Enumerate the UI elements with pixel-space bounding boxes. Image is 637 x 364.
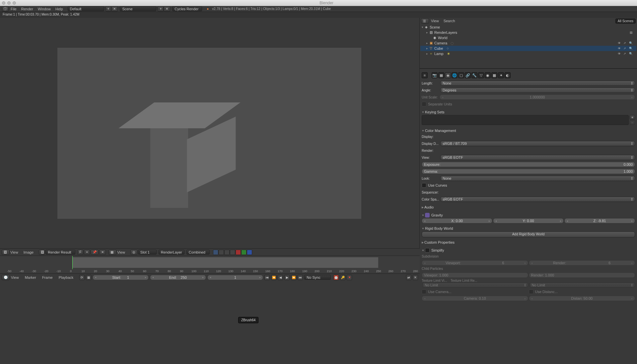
- image-new[interactable]: +: [84, 250, 90, 255]
- outliner-filter[interactable]: All Scenes: [615, 19, 636, 24]
- keyframe-prev-icon[interactable]: ⏪: [271, 275, 276, 280]
- tab-physics-icon[interactable]: ◐: [505, 72, 511, 78]
- panel-audio[interactable]: ▶Audio: [422, 204, 635, 210]
- look-select[interactable]: None: [440, 176, 635, 181]
- pass-select[interactable]: Combined: [186, 250, 210, 255]
- sync-mode-select[interactable]: No Sync: [304, 275, 331, 280]
- tl-menu-marker[interactable]: Marker: [25, 275, 36, 279]
- layout-add[interactable]: +: [106, 6, 111, 12]
- exposure-input[interactable]: Exposure:0.000: [422, 162, 635, 167]
- gamma-input[interactable]: Gamma:1.000: [422, 169, 635, 174]
- channel-alpha-icon[interactable]: [224, 250, 230, 255]
- key-menu-icon[interactable]: 🔑: [340, 275, 345, 280]
- channel-r-icon[interactable]: [236, 250, 241, 255]
- outliner-tree[interactable]: ▾◈Scene ▸▧RenderLayers▧ ◉World ▸▣Camera◌…: [420, 24, 637, 69]
- jump-end-icon[interactable]: ⏭: [298, 275, 303, 280]
- keying-sets-list[interactable]: [422, 115, 629, 125]
- menu-window[interactable]: Window: [38, 7, 51, 11]
- panel-keying-sets[interactable]: ▼Keying Sets: [422, 109, 635, 115]
- timeline-editor-type-icon[interactable]: 🕓: [2, 275, 10, 280]
- play-icon[interactable]: ▶: [284, 275, 290, 280]
- tab-renderlayers-icon[interactable]: ▦: [438, 72, 444, 78]
- tab-constraints-icon[interactable]: 🔗: [465, 72, 471, 78]
- outliner-world[interactable]: World: [438, 36, 448, 40]
- frame-current[interactable]: 1: [234, 275, 236, 279]
- keyframe-next-icon[interactable]: ⏩: [291, 275, 296, 280]
- key-set-icon[interactable]: 🔻: [347, 275, 352, 280]
- add-rigid-body-button[interactable]: Add Rigid Body World: [422, 231, 635, 237]
- tab-object-icon[interactable]: ▢: [458, 72, 464, 78]
- fake-user-button[interactable]: F: [77, 250, 83, 255]
- tl-menu-frame[interactable]: Frame: [42, 275, 53, 279]
- display-device-select[interactable]: sRGB / BT.709: [440, 141, 635, 146]
- view-mode-icon[interactable]: ▦: [108, 250, 116, 255]
- image-browse-icon[interactable]: 🖼: [39, 250, 45, 255]
- tl-menu-playback[interactable]: Playback: [59, 275, 74, 279]
- timeline-canvas[interactable]: -50-40-30-20-100102030405060708090100110…: [0, 256, 420, 273]
- view-transform-select[interactable]: sRGB EOTF: [440, 155, 635, 160]
- pivot-icon[interactable]: ◎: [130, 250, 137, 255]
- outliner-search[interactable]: Search: [444, 19, 455, 23]
- panel-gravity[interactable]: ▼Gravity: [422, 212, 635, 218]
- use-curves-check[interactable]: [422, 183, 426, 188]
- play-reverse-icon[interactable]: ◀: [278, 275, 283, 280]
- copy-prev-icon[interactable]: ⇄: [406, 275, 411, 280]
- channel-b-icon[interactable]: [247, 250, 252, 255]
- menu-file[interactable]: File: [11, 7, 17, 11]
- layout-del[interactable]: ✕: [111, 6, 118, 12]
- tl-menu-view[interactable]: View: [11, 275, 19, 279]
- tab-render-icon[interactable]: 📷: [432, 72, 438, 78]
- outliner-editor-type-icon[interactable]: ☰: [421, 18, 429, 24]
- range-on-icon[interactable]: ▦: [86, 275, 91, 280]
- image-pin-icon[interactable]: 📌: [91, 250, 99, 255]
- panel-custom-properties[interactable]: ▶Custom Properties: [422, 239, 635, 245]
- outliner-renderlayers[interactable]: RenderLayers: [434, 30, 457, 34]
- tab-data-icon[interactable]: ▽: [478, 72, 484, 78]
- length-select[interactable]: None: [440, 81, 635, 86]
- outliner-lamp[interactable]: Lamp: [434, 52, 444, 56]
- tab-texture-icon[interactable]: ▩: [491, 72, 497, 78]
- tab-world-icon[interactable]: 🌐: [452, 72, 458, 78]
- outliner-view[interactable]: View: [431, 19, 439, 23]
- outliner-scene[interactable]: Scene: [430, 25, 440, 29]
- channel-z-icon[interactable]: [230, 250, 235, 255]
- channel-rgba-icon[interactable]: [213, 250, 218, 255]
- scene-add[interactable]: +: [158, 6, 164, 12]
- menu-render[interactable]: Render: [21, 7, 33, 11]
- tab-material-icon[interactable]: ◉: [485, 72, 491, 78]
- editor-type-icon[interactable]: ⓘ: [2, 6, 9, 12]
- gravity-x-input[interactable]: ◂X: 0.00▸: [422, 218, 492, 223]
- gravity-y-input[interactable]: ◂Y: 0.00▸: [493, 218, 564, 223]
- panel-rigid-body[interactable]: ▼Rigid Body World: [422, 225, 635, 231]
- menu-help[interactable]: Help: [55, 7, 63, 11]
- tab-scene-icon[interactable]: ◈: [445, 72, 451, 78]
- properties-editor-type-icon[interactable]: ≡: [422, 72, 428, 78]
- gravity-z-input[interactable]: ◂Z: -9.81▸: [564, 218, 635, 223]
- panel-simplify[interactable]: ▼Simplify: [422, 247, 635, 253]
- channel-rgb-icon[interactable]: [219, 250, 224, 255]
- jump-start-icon[interactable]: ⏮: [264, 275, 270, 280]
- panel-color-management[interactable]: ▼Color Management: [422, 128, 635, 134]
- scene-del[interactable]: ✕: [164, 6, 170, 12]
- img-menu-view[interactable]: View: [10, 250, 18, 254]
- image-datablock[interactable]: Render Result: [45, 250, 75, 255]
- keying-add-icon[interactable]: +: [630, 115, 635, 120]
- range-lock-icon[interactable]: ⟳: [79, 275, 85, 280]
- engine-select[interactable]: Cycles Render: [172, 6, 202, 11]
- scene-select[interactable]: Scene: [120, 6, 156, 11]
- channel-g-icon[interactable]: [241, 250, 247, 255]
- img-menu-image[interactable]: Image: [24, 250, 34, 254]
- color-space-select[interactable]: sRGB EOTF: [440, 197, 635, 202]
- outliner-camera[interactable]: Camera: [434, 41, 447, 45]
- min-dot[interactable]: [7, 1, 11, 5]
- gravity-check[interactable]: [425, 213, 430, 217]
- timeline-cursor[interactable]: [72, 256, 73, 269]
- slot-select[interactable]: Slot 1: [138, 250, 157, 255]
- delete-keys-icon[interactable]: ✕: [413, 275, 418, 280]
- outliner-cube[interactable]: Cube: [434, 46, 443, 50]
- renderlayer-select[interactable]: RenderLayer: [159, 250, 184, 255]
- image-unlink[interactable]: ✕: [99, 250, 106, 255]
- image-editor-type-icon[interactable]: 🖼: [2, 250, 10, 255]
- tab-modifiers-icon[interactable]: 🔧: [471, 72, 477, 78]
- autokey-icon[interactable]: ⬤: [333, 275, 339, 280]
